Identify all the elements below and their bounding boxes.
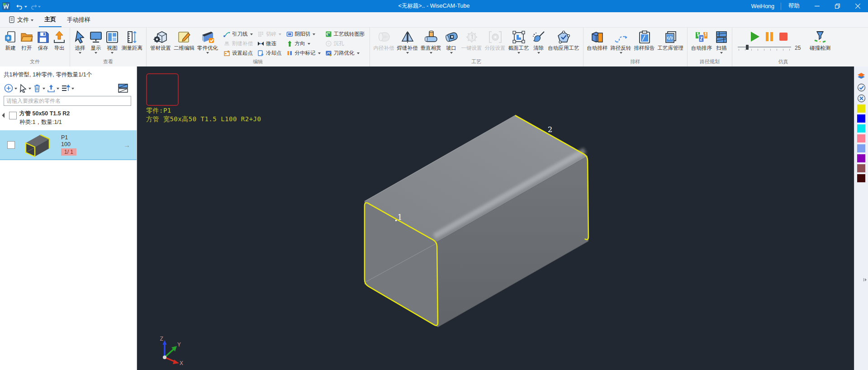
process-line-to-shape-button[interactable]: 工艺线转图形: [325, 30, 365, 38]
app-logo-icon: [2, 2, 10, 10]
auto-nest-button[interactable]: 自动排样: [586, 29, 609, 51]
tab-manual-nesting[interactable]: 手动排样: [62, 12, 96, 27]
delete-part-button[interactable]: [33, 84, 45, 93]
direction-caret-icon[interactable]: [308, 43, 310, 45]
tube-3d-model[interactable]: [137, 66, 854, 370]
part-arrow-icon[interactable]: →: [123, 141, 130, 149]
stop-button[interactable]: [779, 33, 787, 41]
restore-button[interactable]: [827, 0, 848, 12]
view-layout-caret-icon[interactable]: [111, 52, 114, 54]
tube-settings-button[interactable]: 管材设置: [149, 29, 172, 51]
direction-button[interactable]: 方向: [286, 39, 321, 48]
select-parts-caret-icon[interactable]: [28, 88, 31, 90]
clear-button[interactable]: 清除: [531, 29, 546, 54]
weld-caret-icon[interactable]: [406, 52, 409, 54]
tube-group-row[interactable]: 方管 50x50 T1.5 R2 种类:1，数量:1/1: [0, 106, 137, 129]
color-swatch-pink[interactable]: [857, 134, 865, 142]
tab-home[interactable]: 主页: [39, 12, 62, 27]
cancel-button[interactable]: [857, 94, 866, 103]
select-parts-button[interactable]: [19, 84, 31, 93]
end-label-1-dot: [395, 220, 397, 221]
toolpath-caret-icon[interactable]: [357, 52, 360, 54]
viewport-3d[interactable]: 零件:P1 方管 宽50x高50 T1.5 L100 R2+J0: [137, 66, 854, 370]
select-button[interactable]: 选择: [73, 29, 87, 54]
export-part-button[interactable]: [47, 84, 59, 93]
layers-button[interactable]: [857, 72, 866, 81]
speed-slider[interactable]: [738, 45, 791, 51]
path-reverse-caret-icon[interactable]: [620, 52, 622, 54]
color-swatch-blue[interactable]: [857, 114, 865, 123]
undo-button[interactable]: [16, 3, 27, 9]
toolpath-optimize-button[interactable]: 刀路优化: [325, 49, 365, 57]
color-swatch-cyan[interactable]: [857, 124, 865, 133]
bevel-button[interactable]: 坡口: [443, 29, 460, 54]
nest-report-button[interactable]: 排样报告: [633, 29, 656, 51]
color-swatch-mauve[interactable]: [857, 164, 865, 172]
edit-2d-button[interactable]: 二维编辑: [173, 29, 195, 51]
process-library-button[interactable]: 工艺库管理: [657, 29, 685, 51]
add-part-button[interactable]: [4, 83, 17, 93]
bevel-caret-icon[interactable]: [450, 52, 453, 54]
lead-line-caret-icon[interactable]: [250, 33, 253, 35]
part-card-p1[interactable]: P1 100 1/ 1 →: [0, 130, 137, 160]
display-button[interactable]: 显示: [88, 29, 104, 54]
pause-button[interactable]: [766, 32, 773, 41]
color-swatch-yellow[interactable]: [857, 104, 865, 113]
auto-sort-button[interactable]: 自动排序: [690, 29, 713, 51]
add-part-caret-icon[interactable]: [14, 88, 17, 90]
display-caret-icon[interactable]: [95, 52, 97, 54]
export-button[interactable]: 导出: [52, 29, 67, 51]
tree-expander-icon[interactable]: [2, 113, 7, 118]
section-caret-icon[interactable]: [517, 52, 520, 54]
pane-toggle-button[interactable]: [118, 83, 128, 93]
yin-yang-cut-button[interactable]: 阴阳切: [286, 30, 321, 38]
confirm-button[interactable]: [857, 83, 866, 92]
collision-detect-button[interactable]: 碰撞检测: [809, 29, 831, 51]
vertical-intersect-button[interactable]: 垂直相贯: [420, 29, 442, 54]
select-caret-icon[interactable]: [79, 52, 81, 54]
cooling-point-button[interactable]: 冷却点: [257, 49, 282, 57]
path-reverse-button[interactable]: 路径反转: [610, 29, 632, 54]
color-swatch-purple[interactable]: [857, 154, 865, 162]
sort-parts-button[interactable]: [61, 84, 74, 93]
vertical-caret-icon[interactable]: [430, 52, 432, 54]
part-checkbox[interactable]: [7, 141, 15, 149]
section-process-button[interactable]: 截面工艺: [508, 29, 530, 54]
sort-parts-caret-icon[interactable]: [71, 88, 74, 90]
clear-caret-icon[interactable]: [537, 52, 540, 54]
view-layout-button[interactable]: 视图: [104, 29, 120, 54]
open-button[interactable]: 打开: [19, 29, 34, 51]
save-button[interactable]: 保存: [35, 29, 51, 51]
play-button[interactable]: [751, 32, 759, 42]
scan-button[interactable]: 扫描: [714, 29, 729, 54]
help-button[interactable]: 帮助: [781, 2, 807, 10]
micro-joint-button[interactable]: 微连: [257, 39, 282, 48]
close-button[interactable]: [848, 0, 868, 12]
set-start-point-button[interactable]: 设置起点: [223, 49, 253, 57]
yin-yang-caret-icon[interactable]: [313, 33, 315, 35]
collapse-handle-icon[interactable]: [863, 278, 867, 282]
scan-caret-icon[interactable]: [720, 52, 723, 54]
minimize-button[interactable]: [807, 0, 827, 12]
color-swatch-maroon[interactable]: [857, 174, 865, 182]
new-button[interactable]: 新建: [3, 29, 18, 51]
delete-part-caret-icon[interactable]: [43, 88, 45, 90]
tab-file[interactable]: 文件: [4, 12, 39, 27]
scan-icon: [715, 30, 728, 44]
part-optimize-button[interactable]: 零件优化: [196, 29, 219, 54]
center-mark-caret-icon[interactable]: [318, 52, 321, 54]
export-part-caret-icon[interactable]: [57, 88, 59, 90]
user-account-button[interactable]: WeiHong: [745, 3, 781, 9]
lead-line-button[interactable]: 引刀线: [223, 30, 253, 38]
auto-apply-process-button[interactable]: 自动应用工艺: [547, 29, 580, 51]
undo-caret-icon[interactable]: [24, 6, 27, 8]
measure-distance-button[interactable]: 测量距离: [121, 29, 143, 51]
weld-compensation-button[interactable]: 焊缝补偿: [396, 29, 419, 54]
tube-group-checkbox[interactable]: [9, 112, 17, 119]
part-optimize-caret-icon[interactable]: [206, 52, 209, 54]
speed-slider-handle[interactable]: [746, 45, 749, 50]
color-swatch-periwinkle[interactable]: [857, 144, 865, 152]
center-mark-button[interactable]: 分中标记: [286, 49, 321, 57]
part-search-input[interactable]: [4, 96, 131, 106]
edit-2d-icon: [177, 30, 191, 44]
